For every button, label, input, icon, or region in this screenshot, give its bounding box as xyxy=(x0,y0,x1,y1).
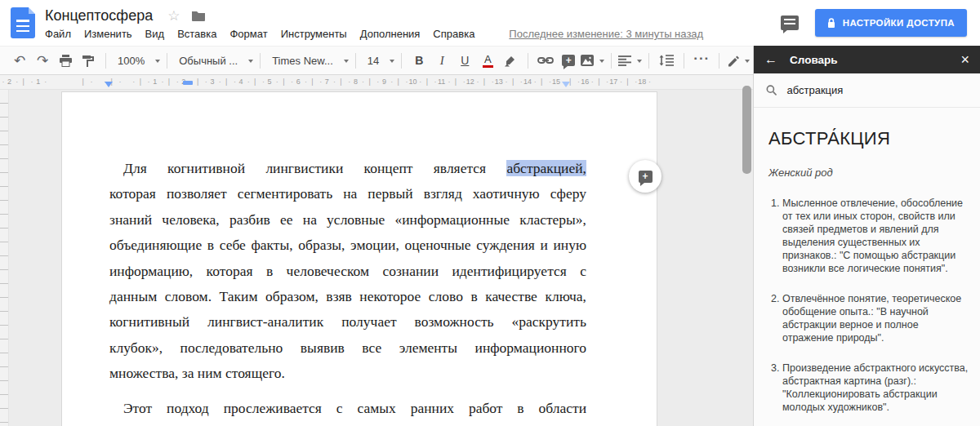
dictionary-panel: ← Словарь × АБСТРА́КЦИЯ Женский род Мысл… xyxy=(753,46,980,426)
star-icon[interactable]: ☆ xyxy=(167,9,180,23)
menu-item[interactable]: Справка xyxy=(433,28,474,40)
right-indent-marker[interactable] xyxy=(562,82,570,87)
chevron-down-icon xyxy=(248,60,253,65)
doc-line: знаний человека, разбив ее на условные «… xyxy=(109,207,586,233)
more-options-button[interactable]: ··· xyxy=(691,50,712,71)
highlight-color-button[interactable] xyxy=(500,50,521,71)
document-scrollbar[interactable] xyxy=(742,86,751,174)
ruler-page-cells: |··|··|··1|··2|··3|··4|··5|··6|··7|··8|·… xyxy=(83,75,657,90)
font-size-select[interactable]: 14 xyxy=(363,50,394,71)
back-arrow-icon[interactable]: ← xyxy=(764,53,777,66)
docs-logo-icon[interactable] xyxy=(11,7,35,38)
add-comment-button[interactable]: + xyxy=(629,160,662,193)
share-button[interactable]: НАСТРОЙКИ ДОСТУПА xyxy=(815,9,967,37)
last-edit-link[interactable]: Последнее изменение: 3 минуты назад xyxy=(509,28,703,40)
definition-item: Отвлечённое понятие, теоретическое обобщ… xyxy=(782,292,969,344)
ruler-cell: |··6 xyxy=(284,75,313,90)
paint-format-icon xyxy=(82,55,95,67)
ruler-dot: · xyxy=(90,78,92,86)
doc-line-text: Для когнитивной лингвистики концепт явля… xyxy=(123,160,506,176)
header-main: Концептосфера ☆ ФайлИзменитьВидВставкаФо… xyxy=(45,0,771,46)
italic-button[interactable]: I xyxy=(431,50,452,71)
insert-link-button[interactable] xyxy=(535,50,556,71)
print-button[interactable] xyxy=(55,50,76,71)
dictionary-gender: Женский род xyxy=(768,166,969,179)
ruler-cell: |··1 xyxy=(24,75,52,90)
add-comment-button-toolbar[interactable]: + xyxy=(558,50,579,71)
ruler-cell: |··17 xyxy=(599,75,628,90)
ruler-number: 13 xyxy=(484,78,513,86)
left-indent-marker[interactable] xyxy=(105,82,113,87)
ruler-cell: |··9 xyxy=(370,75,399,90)
font-size-value: 14 xyxy=(363,55,384,67)
ruler-dot: · xyxy=(119,78,122,86)
close-icon[interactable]: × xyxy=(960,52,969,67)
menu-bar-items: ФайлИзменитьВидВставкаФорматИнструментыД… xyxy=(45,28,488,40)
menu-bar: ФайлИзменитьВидВставкаФорматИнструментыД… xyxy=(45,28,771,40)
toolbar-separator xyxy=(260,53,261,69)
doc-line: когнитивный лингвист-аналитик получает в… xyxy=(109,309,586,335)
ruler-number: 14 xyxy=(513,78,541,86)
menu-item[interactable]: Изменить xyxy=(84,28,132,40)
horizontal-ruler[interactable]: |··2|··1 |··|··|··1|··2|··3|··4|··5|··6|… xyxy=(0,75,753,90)
title-row: Концептосфера ☆ xyxy=(45,7,771,24)
highlight-pen-icon xyxy=(504,54,517,67)
ruler-dot: · xyxy=(132,78,135,86)
comment-lines xyxy=(784,19,795,26)
bold-button[interactable]: B xyxy=(408,50,430,71)
styles-value: Обычный ... xyxy=(174,55,243,67)
menu-item[interactable]: Дополнения xyxy=(360,28,421,40)
ruler-cell: |··14 xyxy=(513,75,541,90)
doc-line: которая позволяет сегментировать на перв… xyxy=(109,181,586,206)
line-spacing-button[interactable] xyxy=(656,50,677,71)
document-page[interactable]: Для когнитивной лингвистики концепт явля… xyxy=(61,91,657,426)
redo-icon: ↷ xyxy=(37,54,48,68)
menu-item[interactable]: Вид xyxy=(145,28,165,40)
ruler-cell: |··13 xyxy=(484,75,513,90)
menu-item[interactable]: Инструменты xyxy=(281,28,347,40)
ruler-cell: |··10 xyxy=(399,75,427,90)
more-icon: ··· xyxy=(693,51,710,70)
underline-button[interactable]: U xyxy=(454,50,475,71)
chevron-down-icon xyxy=(637,60,642,65)
font-select[interactable]: Times New... xyxy=(267,50,349,71)
toolbar-separator xyxy=(528,53,528,69)
doc-text[interactable]: Для когнитивной лингвистики концепт явля… xyxy=(62,92,657,421)
chevron-down-icon xyxy=(155,60,160,65)
doc-line: Этот подход прослеживается с самых ранни… xyxy=(109,396,586,421)
paint-format-button[interactable] xyxy=(78,50,99,71)
align-button[interactable] xyxy=(618,50,642,71)
text-color-icon: A xyxy=(483,54,493,68)
text-color-button[interactable]: A xyxy=(477,50,498,71)
menu-item[interactable]: Файл xyxy=(45,28,71,40)
menu-item[interactable]: Вставка xyxy=(177,28,216,40)
toolbar-separator xyxy=(355,53,356,69)
doc-line: информацию, которая в человеческом созна… xyxy=(109,259,586,284)
ruler-margin-cells: |··2|··1 xyxy=(0,75,52,90)
comments-button[interactable] xyxy=(781,16,799,30)
ruler-number: 16 xyxy=(571,78,599,86)
ruler-cell: |··7 xyxy=(313,75,341,90)
ruler-number: 6 xyxy=(284,78,313,86)
ruler-cell: |··3 xyxy=(198,75,226,90)
insert-image-button[interactable] xyxy=(581,50,604,71)
doc-line: множества, за ним стоящего. xyxy=(109,361,586,386)
menu-item[interactable]: Формат xyxy=(229,28,267,40)
first-line-indent-marker[interactable] xyxy=(183,81,193,85)
zoom-select[interactable]: 100% xyxy=(113,50,160,71)
styles-select[interactable]: Обычный ... xyxy=(174,50,253,71)
align-left-icon xyxy=(618,55,631,66)
dictionary-search-input[interactable] xyxy=(786,84,968,96)
comment-tail xyxy=(783,29,788,33)
lock-icon xyxy=(827,18,835,29)
document-title[interactable]: Концептосфера xyxy=(45,7,153,24)
folder-icon[interactable] xyxy=(191,11,206,21)
redo-button[interactable]: ↷ xyxy=(32,50,53,71)
dictionary-panel-body: АБСТРА́КЦИЯ Женский род Мысленное отвлеч… xyxy=(754,108,980,426)
line-spacing-icon xyxy=(659,55,674,66)
ruler-number: 4 xyxy=(226,78,255,86)
definition-item: Мысленное отвлечение, обособление от тех… xyxy=(782,197,969,275)
undo-button[interactable]: ↶ xyxy=(9,50,30,71)
ruler-number: 8 xyxy=(341,78,370,86)
editing-mode-button[interactable] xyxy=(726,50,750,71)
